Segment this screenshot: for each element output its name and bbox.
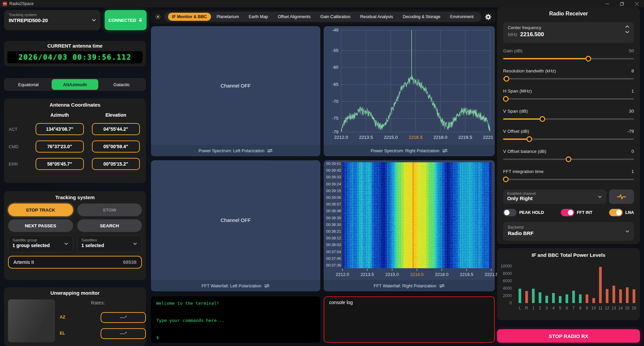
spinner-down-icon[interactable]: [625, 31, 629, 33]
chart-settings-icon[interactable]: [439, 284, 445, 288]
toggle-label: PEAK HOLD: [519, 210, 544, 215]
power-chart-ytick: 2000: [498, 293, 512, 298]
slider-knob[interactable]: [585, 56, 591, 62]
power-chart-category: 13: [610, 306, 617, 310]
svg-text:2216.5: 2216.5: [409, 135, 422, 140]
slider-track[interactable]: [503, 159, 634, 160]
satellites-select[interactable]: Satellites 1 selected: [77, 235, 142, 252]
power-bar-7: [572, 291, 575, 303]
svg-text:2212.0: 2212.0: [334, 135, 348, 140]
slider-label: Resolution bandwith (kHz): [503, 68, 556, 73]
waterfall-heatmap: [342, 162, 491, 268]
slider-track[interactable]: [503, 118, 634, 120]
coord-tab-galactic[interactable]: Galactic: [98, 79, 145, 90]
svg-text:-75: -75: [332, 116, 338, 121]
coord-tab-altazimuth[interactable]: AltAzimuth: [52, 79, 98, 90]
tab-decoding-storage[interactable]: Decoding & Storage: [399, 13, 444, 21]
waterfall-time-label: 00:38:48: [324, 209, 341, 213]
backend-value: Radio BRF: [508, 230, 629, 236]
slider-v-span-db[interactable]: V Span (dB)30: [503, 109, 634, 126]
tab-earth-map[interactable]: Earth Map: [245, 13, 272, 21]
slider-knob[interactable]: [503, 96, 508, 102]
chart-settings-icon[interactable]: [267, 149, 273, 153]
slider-knob[interactable]: [503, 177, 508, 182]
power-chart-category: 16: [631, 306, 637, 310]
close-button[interactable]: [629, 0, 644, 7]
tab-residual-analysis[interactable]: Residual Analysis: [356, 13, 397, 21]
slider-track[interactable]: [503, 179, 634, 180]
enabled-channel-select[interactable]: Enabled channel Only Right: [503, 189, 606, 204]
power-chart-category: R: [523, 306, 530, 310]
satellite-group-select[interactable]: Satellite group 1 group selected: [8, 235, 73, 252]
restore-button[interactable]: [614, 0, 629, 7]
center-frequency-field[interactable]: Center frequency MHz 2216.500: [503, 22, 634, 43]
brightness-icon[interactable]: [155, 14, 161, 20]
stop-radio-rx-label: STOP RADIO RX: [549, 333, 588, 339]
power-chart-ytick: 10000: [498, 264, 512, 269]
next-passes-button[interactable]: NEXT PASSES: [8, 219, 73, 232]
chart-settings-icon[interactable]: [264, 284, 270, 288]
slider-knob[interactable]: [527, 136, 532, 142]
tab-offset-alignments[interactable]: Offset Alignments: [274, 13, 315, 21]
power-chart-ytick: 8000: [498, 271, 512, 276]
svg-text:2218.0: 2218.0: [433, 135, 447, 140]
power-bar-13: [612, 286, 615, 303]
slider-resolution-bandwith-khz[interactable]: Resolution bandwith (kHz)8: [503, 68, 634, 86]
slider-knob[interactable]: [540, 116, 545, 122]
waterfall-time-label: 00:37:36: [324, 263, 341, 267]
satellite-group-value: 1 group selected: [12, 243, 69, 248]
titlebar: R2S Radio2Space: [0, 0, 644, 7]
slider-fft-integration-time[interactable]: FFT integration time1: [503, 169, 634, 186]
tab-if-monitor-bbc[interactable]: IF Monitor & BBC: [168, 13, 211, 21]
spinner-up-icon[interactable]: [625, 25, 629, 28]
tab-gain-calibration[interactable]: Gain Calibration: [316, 13, 355, 21]
settings-gear-icon[interactable]: [485, 13, 492, 20]
minimize-button[interactable]: [600, 0, 614, 7]
toggle-track[interactable]: [503, 209, 517, 216]
slider-knob[interactable]: [566, 157, 572, 162]
slider-track[interactable]: [503, 138, 634, 140]
slider-track[interactable]: [503, 98, 634, 100]
terminal[interactable]: Welcome to the terminal! Type your comma…: [151, 296, 320, 343]
coord-tab-equatorial[interactable]: Equatorial: [5, 79, 52, 90]
tab-environment[interactable]: Environment: [446, 13, 478, 21]
toggle-peak-hold[interactable]: PEAK HOLD: [503, 209, 544, 216]
slider-track[interactable]: [503, 58, 634, 59]
fft-waterfall-right-caption: FFT Waterfall: Right Polarization: [374, 283, 436, 288]
tab-planetarium[interactable]: Planetarium: [213, 13, 243, 21]
stop-track-button[interactable]: STOP TRACK: [8, 204, 73, 216]
waterfall-time-label: 00:38:57: [324, 202, 341, 206]
power-chart-ytick: 0: [498, 301, 512, 305]
power-chart-category: 4: [550, 306, 557, 310]
chart-settings-icon[interactable]: [442, 149, 448, 153]
toggle-fft-int[interactable]: FFT INT: [561, 209, 593, 216]
backend-select[interactable]: Backend Radio BRF: [503, 222, 634, 241]
power-bar-8: [579, 294, 582, 303]
stop-radio-rx-button[interactable]: STOP RADIO RX: [497, 329, 640, 343]
waterfall-freq-label: 2213.5: [357, 272, 378, 277]
toggle-lna[interactable]: LNA: [609, 209, 634, 216]
slider-label: Gain (dB): [503, 48, 523, 53]
antenna-time-title: CURRENT antenna time: [4, 41, 146, 49]
toggle-track[interactable]: [609, 209, 623, 216]
selected-satellite-item[interactable]: Artemis II 68538: [8, 256, 142, 269]
connected-label: CONNECTED: [108, 18, 136, 23]
power-levels-chart: 1000080006000400020000LR1234567891011121…: [497, 260, 640, 314]
power-chart-ytick: 4000: [498, 286, 512, 291]
slider-v-offset-db[interactable]: V Offset (dB)-79: [503, 129, 634, 146]
power-bar-4: [552, 293, 555, 303]
signal-monitor-button[interactable]: [609, 189, 634, 204]
close-icon: [635, 2, 639, 6]
slider-h-span-mhz[interactable]: H Span (MHz)1: [503, 89, 634, 106]
tracking-system-select[interactable]: Tracking system INTREPID500-20: [4, 10, 101, 30]
satellite-group-label: Satellite group: [12, 238, 69, 242]
search-button[interactable]: SEARCH: [77, 219, 142, 232]
slider-track[interactable]: [503, 78, 634, 79]
connected-status-button[interactable]: CONNECTED: [105, 10, 147, 30]
slider-knob[interactable]: [503, 76, 509, 82]
toggle-label: FFT INT: [577, 210, 593, 215]
stow-button[interactable]: STOW: [77, 204, 142, 216]
slider-gain-db[interactable]: Gain (dB)50: [503, 48, 634, 66]
slider-v-offset-balance-db[interactable]: V Offset balance (dB)0: [503, 149, 634, 166]
toggle-track[interactable]: [561, 209, 574, 216]
